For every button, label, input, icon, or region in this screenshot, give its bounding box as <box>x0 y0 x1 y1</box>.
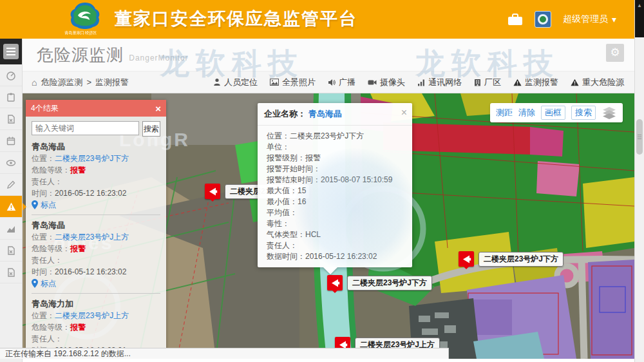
layers-icon[interactable] <box>601 106 617 119</box>
alarm-marker-icon[interactable] <box>205 184 220 199</box>
result-name: 青岛海晶 <box>32 219 160 231</box>
popup-title-label: 企业名称： <box>264 109 306 119</box>
results-panel-header: 4个结果 × <box>26 100 166 117</box>
close-icon[interactable]: × <box>401 107 407 119</box>
result-time: 2016-05-12 16:23:02 <box>55 267 126 276</box>
alarm-marker: 二楼夹层23号炉J下方 <box>205 184 220 199</box>
nav-item-label: 广播 <box>339 77 355 88</box>
sidebar-item-monitor[interactable] <box>0 152 22 174</box>
popup-row: 责任人： <box>267 240 408 251</box>
user-menu[interactable]: 超级管理员 ▾ <box>563 14 616 25</box>
nav-item-label: 全景照片 <box>282 77 316 88</box>
scrollbar-thumb[interactable] <box>636 119 643 155</box>
scrollbar-top: ▲ <box>635 0 644 37</box>
cloud-logo-icon <box>68 1 102 31</box>
mark-on-map-link[interactable]: 标点 <box>32 199 160 211</box>
sidebar-item-clipboard[interactable] <box>0 86 22 108</box>
nav-item-person-locate[interactable]: 人员定位 <box>213 77 258 88</box>
popup-row: 最大值：15 <box>267 186 408 196</box>
gear-icon[interactable]: ⚙ <box>606 44 624 62</box>
doc-file-icon <box>6 267 16 278</box>
sidebar-item-report[interactable] <box>0 108 22 130</box>
alarm-marker: 二楼夹层23号炉J下方 <box>327 275 343 291</box>
popup-row: 平均值： <box>267 207 408 218</box>
image-icon <box>270 79 279 86</box>
popup-row: 报警结束时间：2015-08-07 15:10:59 <box>267 175 408 186</box>
map-search-button[interactable]: 搜索 <box>571 106 596 120</box>
breadcrumb-home[interactable]: 危险源监测 <box>41 77 82 88</box>
map-viewport[interactable]: LongR ogies 二楼夹层23号炉J下方 二楼夹层23号炉J下方 二楼夹层… <box>23 93 634 359</box>
page-scrollbar[interactable]: ▲ <box>634 0 644 362</box>
briefcase-icon[interactable] <box>507 13 523 26</box>
user-name: 超级管理员 <box>563 14 608 25</box>
nav-item-label: 厂区 <box>484 77 501 88</box>
close-icon[interactable]: × <box>155 103 161 114</box>
nav-item-label: 监测报警 <box>525 77 558 88</box>
eye-icon <box>6 158 16 168</box>
nav-item-panorama[interactable]: 全景照片 <box>270 77 316 88</box>
popup-pointer <box>323 267 337 274</box>
nav-item-camera[interactable]: 摄像头 <box>368 77 405 88</box>
breadcrumb-separator: > <box>86 77 91 87</box>
draw-box-button[interactable]: 画框 <box>541 106 565 120</box>
sidebar-item-edit[interactable] <box>0 174 22 196</box>
result-name: 青岛海晶 <box>32 140 160 153</box>
sidebar-item-statistics[interactable] <box>0 218 22 240</box>
sidebar-item-doc1[interactable] <box>0 240 22 262</box>
warning-triangle-icon <box>513 79 522 86</box>
nav-item-major-hazard[interactable]: 重大危险源 <box>571 77 624 88</box>
result-location: 二楼夹层23号炉J上方 <box>55 311 129 320</box>
search-button[interactable]: 搜索 <box>142 121 160 137</box>
keyword-search-input[interactable] <box>32 121 139 135</box>
mark-on-map-link[interactable]: 标点 <box>32 278 160 289</box>
result-item: 青岛海晶 位置：二楼夹层23号炉J下方 危险等级：报警 责任人： 时间：2016… <box>32 140 160 215</box>
popup-header: 企业名称： 青岛海晶 × <box>258 103 412 126</box>
sidebar-item-calendar[interactable] <box>0 130 22 152</box>
results-panel-body: 搜索 青岛海晶 位置：二楼夹层23号炉J下方 危险等级：报警 责任人： 时间：2… <box>26 117 166 351</box>
popup-row: 单位： <box>267 142 408 153</box>
user-avatar[interactable] <box>535 11 551 28</box>
doc-file-icon <box>6 245 16 256</box>
map-pin-icon <box>32 279 38 288</box>
app-header: 青岛董家口经济区 董家口安全环保应急监管平台 超级管理员 ▾ <box>0 0 634 39</box>
status-bar: 正在传输来自 192.168.2.12 的数据... <box>0 348 449 359</box>
popup-row: 报警开始时间： <box>267 164 408 175</box>
map-pin-icon <box>32 200 38 209</box>
nav-item-monitor-alarm[interactable]: 监测报警 <box>513 77 558 88</box>
avatar-logo-icon <box>538 14 548 24</box>
popup-row: 报警级别：报警 <box>267 153 408 164</box>
page-title: 危险源监测 DangerMonitor <box>37 44 189 66</box>
sidebar-item-dashboard[interactable] <box>0 64 22 86</box>
breadcrumb: ⌂ 危险源监测 > 监测报警 <box>23 77 129 88</box>
alarm-marker: 二楼夹层23号炉J下方 <box>459 251 474 267</box>
results-count: 4个结果 <box>31 103 59 114</box>
area-chart-icon <box>6 224 16 234</box>
map-tools: 测距 清除 画框 搜索 <box>490 103 623 122</box>
result-level: 报警 <box>70 166 86 175</box>
page-subtitle: DangerMonitor <box>129 53 188 62</box>
speaker-icon <box>328 79 336 86</box>
result-time: 2016-05-12 16:23:02 <box>55 189 126 198</box>
sidebar-item-alarm[interactable] <box>0 196 22 218</box>
result-location: 二楼夹层23号炉J下方 <box>55 154 129 163</box>
sidebar-item-doc2[interactable] <box>0 262 22 283</box>
breadcrumb-toolbar-row: ⌂ 危险源监测 > 监测报警 人员定位 全景照片 广播 摄像头 <box>23 71 634 93</box>
warning-triangle-icon <box>6 202 17 212</box>
chevron-down-icon: ▾ <box>612 14 616 24</box>
measure-distance-button[interactable]: 测距 <box>496 107 513 119</box>
clear-button[interactable]: 清除 <box>518 107 535 119</box>
results-panel: 4个结果 × 搜索 青岛海晶 位置：二楼夹层23号炉J下方 危险等级：报警 责任… <box>26 100 166 351</box>
menu-icon[interactable] <box>3 44 19 59</box>
nav-item-factory[interactable]: 厂区 <box>474 77 501 88</box>
alarm-marker-icon[interactable] <box>459 251 474 267</box>
nav-item-network[interactable]: 通讯网络 <box>417 77 462 88</box>
logo-caption: 青岛董家口经济区 <box>64 30 109 36</box>
alarm-marker-icon[interactable] <box>327 275 343 291</box>
popup-row: 最小值：16 <box>267 196 408 207</box>
nav-item-broadcast[interactable]: 广播 <box>328 77 355 88</box>
popup-enterprise-name: 青岛海晶 <box>308 109 342 119</box>
calendar-icon <box>6 136 16 146</box>
popup-row: 毒性： <box>267 218 408 229</box>
enterprise-popup: 企业名称： 青岛海晶 × 位置：二楼夹层23号炉J下方 单位： 报警级别：报警 … <box>258 103 412 267</box>
scroll-up-icon[interactable]: ▲ <box>637 3 642 8</box>
